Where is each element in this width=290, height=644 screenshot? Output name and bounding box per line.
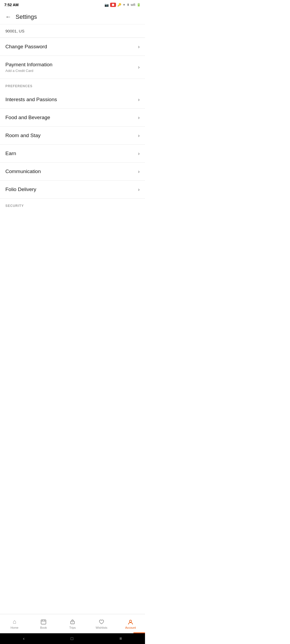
payment-information-chevron: › xyxy=(138,64,140,70)
room-stay-chevron: › xyxy=(138,133,140,138)
earn-label: Earn xyxy=(5,151,16,156)
record-icon xyxy=(110,3,116,7)
payment-information-subtitle: Add a Credit Card xyxy=(5,69,52,73)
address-row: 90001, US xyxy=(0,24,145,38)
settings-item-interests[interactable]: Interests and Passions › xyxy=(0,91,145,109)
key-icon: 🔑 xyxy=(117,3,121,7)
signal-icon: ⬆ xyxy=(127,3,129,7)
change-password-chevron: › xyxy=(138,44,140,50)
food-beverage-label: Food and Beverage xyxy=(5,115,50,120)
communication-chevron: › xyxy=(138,169,140,174)
camera-icon: 📷 xyxy=(104,3,109,7)
settings-item-earn[interactable]: Earn › xyxy=(0,145,145,163)
back-button[interactable]: ← xyxy=(5,13,11,20)
folio-delivery-label: Folio Delivery xyxy=(5,186,36,192)
settings-item-folio-delivery[interactable]: Folio Delivery › xyxy=(0,181,145,199)
wifi-icon: wifi xyxy=(131,3,135,7)
settings-item-payment-information[interactable]: Payment Information Add a Credit Card › xyxy=(0,56,145,79)
status-bar: 7:52 AM 📷 🔑 ✶ ⬆ wifi 🔋 xyxy=(0,0,145,10)
battery-icon: 🔋 xyxy=(137,3,141,7)
settings-content: 90001, US Change Password › Payment Info… xyxy=(0,24,145,240)
payment-information-label: Payment Information xyxy=(5,62,52,68)
preferences-section-header: PREFERENCES xyxy=(0,79,145,91)
interests-chevron: › xyxy=(138,97,140,103)
food-beverage-chevron: › xyxy=(138,115,140,120)
interests-label: Interests and Passions xyxy=(5,97,57,103)
settings-item-change-password[interactable]: Change Password › xyxy=(0,38,145,56)
settings-header: ← Settings xyxy=(0,10,145,24)
security-section-header: SECURITY xyxy=(0,199,145,210)
status-time: 7:52 AM xyxy=(4,3,19,7)
address-text: 90001, US xyxy=(5,29,24,33)
settings-item-communication[interactable]: Communication › xyxy=(0,163,145,181)
communication-label: Communication xyxy=(5,169,41,174)
earn-chevron: › xyxy=(138,151,140,156)
folio-delivery-chevron: › xyxy=(138,187,140,192)
settings-item-room-stay[interactable]: Room and Stay › xyxy=(0,127,145,145)
page-title: Settings xyxy=(16,13,37,20)
change-password-label: Change Password xyxy=(5,44,47,50)
bluetooth-icon: ✶ xyxy=(123,3,125,7)
status-icons: 📷 🔑 ✶ ⬆ wifi 🔋 xyxy=(104,3,141,7)
settings-item-food-beverage[interactable]: Food and Beverage › xyxy=(0,109,145,127)
room-stay-label: Room and Stay xyxy=(5,133,41,138)
